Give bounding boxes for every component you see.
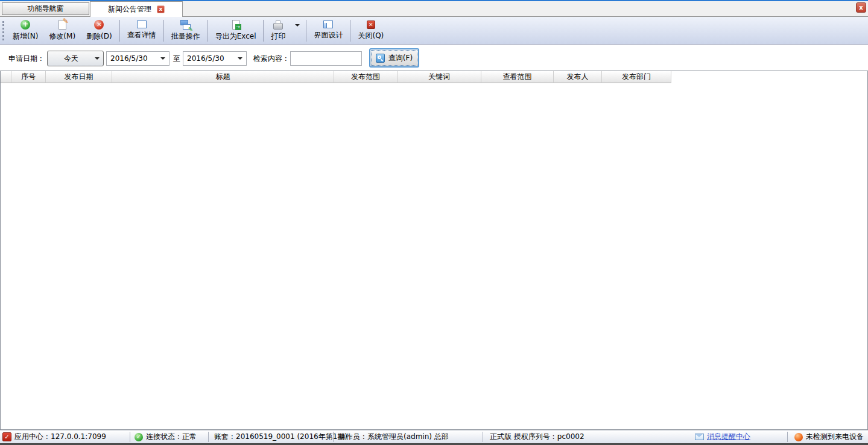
toolbar-separator bbox=[350, 20, 350, 42]
license-text: 正式版 授权序列号：pc0002 bbox=[490, 432, 584, 442]
column-header-publisher[interactable]: 发布人 bbox=[554, 71, 602, 83]
date-from-picker[interactable]: 2016/5/30 bbox=[106, 51, 169, 66]
ui-design-button[interactable]: 界面设计 bbox=[308, 19, 348, 42]
print-icon bbox=[273, 23, 283, 30]
add-button-label: 新增(N) bbox=[13, 31, 38, 42]
export-excel-button[interactable]: → 导出为Excel bbox=[210, 18, 262, 43]
pencil-icon: ✎ bbox=[188, 26, 193, 33]
status-separator bbox=[130, 432, 130, 442]
chevron-down-icon bbox=[295, 24, 300, 35]
close-icon: ✕ bbox=[367, 21, 375, 29]
add-button[interactable]: + 新增(N) bbox=[7, 18, 43, 43]
tab-news-announcement-management[interactable]: 新闻公告管理 x bbox=[90, 1, 183, 17]
column-header-publish-date[interactable]: 发布日期 bbox=[46, 71, 112, 83]
edit-icon: ✎ bbox=[59, 20, 66, 30]
add-icon: + bbox=[21, 20, 30, 30]
app-center-icon: ✓ bbox=[2, 432, 11, 441]
app-center-text: 应用中心：127.0.0.1:7099 bbox=[14, 432, 106, 442]
app-window: 功能导航窗 新闻公告管理 x x + 新增(N) ✎ 修改(M) ✕ 删除(D)… bbox=[0, 0, 868, 445]
mail-icon bbox=[695, 434, 704, 440]
date-to-picker[interactable]: 2016/5/30 bbox=[183, 51, 247, 66]
toolbar-separator bbox=[306, 20, 306, 42]
view-detail-icon bbox=[137, 21, 147, 28]
table-header-row: 序号 发布日期 标题 发布范围 关键词 查看范围 发布人 发布部门 bbox=[1, 71, 867, 83]
app-center-status: ✓ 应用中心：127.0.0.1:7099 bbox=[2, 431, 106, 443]
ui-design-button-label: 界面设计 bbox=[314, 30, 343, 40]
batch-operation-button-label: 批量操作 bbox=[171, 31, 200, 42]
delete-button[interactable]: ✕ 删除(D) bbox=[81, 18, 118, 43]
tab-bar: 功能导航窗 新闻公告管理 x x bbox=[0, 1, 868, 17]
print-button-label: 打印 bbox=[271, 31, 285, 42]
license-status: 正式版 授权序列号：pc0002 bbox=[490, 431, 584, 443]
column-header-seq-no[interactable]: 序号 bbox=[11, 71, 46, 83]
chevron-down-icon bbox=[238, 57, 242, 60]
toolbar: + 新增(N) ✎ 修改(M) ✕ 删除(D) 查看详情 ✎ 批量操作 → bbox=[0, 17, 868, 45]
status-separator bbox=[787, 432, 788, 442]
operator-text: 操作员：系统管理员(admin) 总部 bbox=[338, 432, 449, 442]
delete-icon: ✕ bbox=[94, 20, 104, 30]
toolbar-separator bbox=[163, 20, 164, 42]
close-button-label: 关闭(Q) bbox=[358, 31, 384, 41]
column-header-view-scope[interactable]: 查看范围 bbox=[481, 71, 554, 83]
chevron-down-icon bbox=[160, 57, 165, 60]
ui-design-icon bbox=[323, 21, 333, 28]
message-center-item[interactable]: 消息提醒中心 bbox=[695, 431, 750, 443]
toolbar-separator bbox=[119, 20, 120, 42]
tab-function-navigation[interactable]: 功能导航窗 bbox=[2, 2, 89, 15]
query-button[interactable]: 查询(F) bbox=[369, 48, 419, 68]
print-button[interactable]: 打印 bbox=[265, 18, 291, 43]
status-bar-row: ✓ 应用中心：127.0.0.1:7099 ✓ 连接状态：正常 账套：20160… bbox=[0, 430, 868, 443]
table-body-empty bbox=[1, 83, 867, 429]
batch-operation-button[interactable]: ✎ 批量操作 bbox=[166, 18, 206, 43]
connection-ok-icon: ✓ bbox=[135, 433, 143, 441]
search-content-label: 检索内容： bbox=[253, 51, 290, 66]
date-to-value: 2016/5/30 bbox=[187, 54, 224, 63]
message-center-link[interactable]: 消息提醒中心 bbox=[707, 432, 750, 442]
column-header-publish-scope[interactable]: 发布范围 bbox=[334, 71, 398, 83]
news-table: 序号 发布日期 标题 发布范围 关键词 查看范围 发布人 发布部门 bbox=[0, 71, 868, 430]
query-button-label: 查询(F) bbox=[388, 53, 413, 63]
view-detail-button[interactable]: 查看详情 bbox=[122, 19, 162, 42]
window-close-icon[interactable]: x bbox=[856, 2, 866, 13]
print-dropdown-button[interactable] bbox=[291, 24, 304, 37]
call-device-text: 未检测到来电设备 bbox=[806, 432, 864, 442]
pencil-icon: ✎ bbox=[63, 17, 69, 25]
call-device-status: 未检测到来电设备 bbox=[794, 431, 864, 443]
export-excel-button-label: 导出为Excel bbox=[215, 31, 256, 42]
date-preset-value: 今天 bbox=[48, 54, 95, 64]
search-icon bbox=[376, 54, 385, 63]
apply-date-label: 申请日期： bbox=[8, 51, 45, 66]
search-content-input[interactable] bbox=[290, 51, 362, 66]
status-bar: ✓ 应用中心：127.0.0.1:7099 ✓ 连接状态：正常 账套：20160… bbox=[0, 430, 868, 445]
account-set-text: 账套：20160519_0001 (2016年第1期) bbox=[214, 432, 347, 442]
tab-active-label: 新闻公告管理 bbox=[108, 4, 151, 14]
chevron-down-icon bbox=[95, 57, 100, 60]
column-header-publish-dept[interactable]: 发布部门 bbox=[602, 71, 671, 83]
operator-status: 操作员：系统管理员(admin) 总部 bbox=[338, 431, 449, 443]
date-preset-dropdown[interactable]: 今天 bbox=[47, 51, 104, 66]
column-header-row-indicator bbox=[1, 71, 11, 83]
call-device-alert-icon bbox=[794, 433, 803, 441]
filter-bar: 申请日期： 今天 2016/5/30 至 2016/5/30 检索内容： 查询(… bbox=[0, 45, 868, 71]
export-excel-icon: → bbox=[232, 20, 239, 30]
status-separator bbox=[483, 432, 483, 442]
toolbar-separator bbox=[263, 20, 264, 42]
toolbar-separator bbox=[207, 20, 208, 42]
view-detail-button-label: 查看详情 bbox=[127, 30, 156, 40]
date-from-value: 2016/5/30 bbox=[110, 54, 148, 63]
toolbar-drag-grip[interactable] bbox=[2, 21, 4, 40]
edit-button[interactable]: ✎ 修改(M) bbox=[43, 18, 81, 43]
column-header-title[interactable]: 标题 bbox=[112, 71, 334, 83]
connection-text: 连接状态：正常 bbox=[146, 432, 197, 442]
account-set-status: 账套：20160519_0001 (2016年第1期) bbox=[214, 431, 347, 443]
tab-function-navigation-label: 功能导航窗 bbox=[28, 4, 64, 14]
tab-close-icon[interactable]: x bbox=[157, 5, 165, 13]
batch-operation-icon: ✎ bbox=[180, 20, 191, 30]
status-separator bbox=[208, 432, 209, 442]
close-button[interactable]: ✕ 关闭(Q) bbox=[352, 19, 389, 43]
column-header-keywords[interactable]: 关键词 bbox=[398, 71, 481, 83]
to-label: 至 bbox=[173, 51, 180, 66]
connection-status: ✓ 连接状态：正常 bbox=[135, 431, 197, 443]
delete-button-label: 删除(D) bbox=[86, 31, 112, 42]
edit-button-label: 修改(M) bbox=[49, 31, 75, 42]
